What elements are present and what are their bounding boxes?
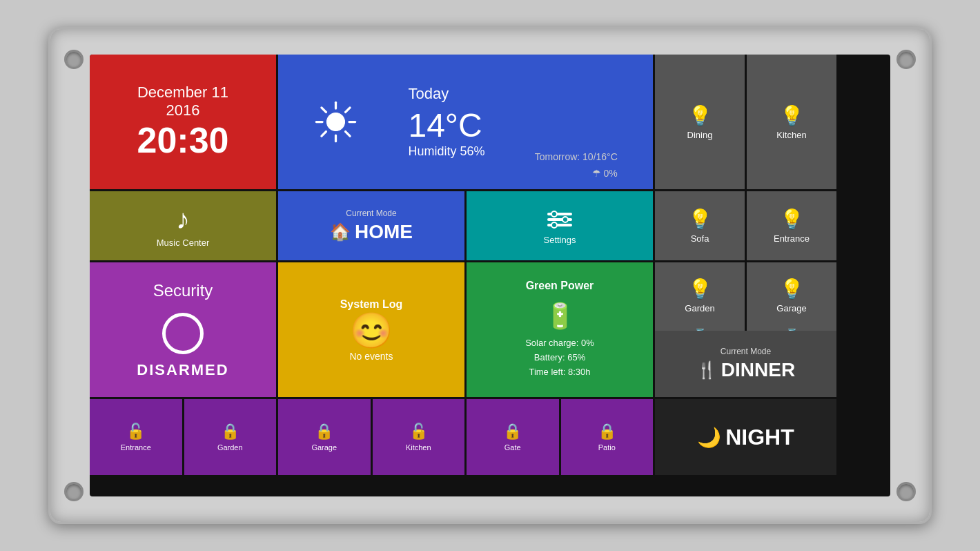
today-label: Today [408,85,449,103]
lock-gate-label: Gate [504,443,521,452]
lock-kitchen-tile[interactable]: 🔓 Kitchen [373,399,465,475]
svg-line-5 [322,108,326,113]
svg-point-13 [562,217,568,222]
security-title: Security [153,281,213,300]
entrance-light-label: Entrance [774,233,810,244]
temp-display: 14°C [408,106,482,144]
garden-label: Garden [685,303,714,313]
date-display: December 11 2016 [137,84,228,119]
lock-garage-label: Garage [311,443,337,452]
lock-garage-icon: 🔒 [315,423,333,441]
lock-entrance-tile[interactable]: 🔓 Entrance [90,399,182,475]
time-left-text: Time left: 8:30h [525,365,594,380]
sun-icon [313,99,358,144]
night-mode-text: NIGHT [725,425,794,450]
svg-point-0 [327,113,345,131]
forecast-area: Tomorrow: 10/16°C ☂0% [535,151,618,179]
settings-tile[interactable]: Settings [467,191,653,260]
syslog-status: No events [349,351,393,362]
battery-text: Battery: 65% [525,351,594,365]
lock-entrance-label: Entrance [121,443,151,452]
lock-gate-tile[interactable]: 🔒 Gate [467,399,559,475]
dining-label: Dining [687,130,713,140]
music-label: Music Center [157,238,210,248]
settings-label: Settings [544,235,576,245]
bulb-sofa-icon: 💡 [688,208,712,231]
battery-icon: 🔋 [545,302,576,331]
svg-point-12 [551,211,557,217]
weather-icon-area [313,99,358,144]
dinner-mode-tile[interactable]: Current Mode 🍴 DINNER [655,331,836,397]
lock-garden-tile[interactable]: 🔒 Garden [184,399,277,475]
syslog-title: System Log [340,298,403,311]
kitchen-light-label: Kitchen [776,130,806,140]
mount-hole-bl [64,482,84,501]
lock-kitchen-icon: 🔓 [409,423,428,441]
music-icon: ♪ [176,204,190,235]
mount-hole-tr [896,50,916,69]
garage-label: Garage [776,303,806,313]
datetime-tile[interactable]: December 11 2016 20:30 [90,55,276,189]
bulb-kitchen-icon: 💡 [780,104,804,127]
lock-garden-icon: 🔒 [221,423,239,441]
disarmed-circle-icon [162,313,204,354]
home-mode-tile[interactable]: Current Mode 🏠 HOME [278,191,464,260]
lock-patio-icon: 🔒 [598,423,616,441]
light-garden-tile[interactable]: 💡 Garden [655,262,745,329]
mount-hole-tl [64,50,84,69]
light-dining-tile[interactable]: 💡 Dining [655,55,745,189]
lock-gate-icon: 🔒 [503,423,522,441]
weather-info: Today 14°C Humidity 56% [408,85,484,159]
screen: December 11 2016 20:30 [90,55,890,496]
mount-hole-br [896,482,916,501]
fork-icon: 🍴 [696,360,717,380]
date-text: December 11 [137,84,228,101]
device-frame: December 11 2016 20:30 [48,27,932,524]
light-sofa-tile[interactable]: 💡 Sofa [655,191,745,260]
lock-patio-label: Patio [598,443,616,452]
weather-tile[interactable]: Today 14°C Humidity 56% Tomorrow: 10/16°… [278,55,653,189]
settings-icon [547,207,572,232]
moon-icon: 🌙 [697,426,721,449]
lock-kitchen-label: Kitchen [406,443,431,452]
time-display: 20:30 [137,119,229,161]
lock-entrance-icon: 🔓 [126,423,145,441]
humidity-display: Humidity 56% [408,144,484,159]
lock-garage-tile[interactable]: 🔒 Garage [278,399,371,475]
tomorrow-text: Tomorrow: 10/16°C [535,151,618,162]
night-mode-tile[interactable]: 🌙 NIGHT [655,399,836,475]
home-mode-text: HOME [355,221,413,243]
light-garage-tile[interactable]: 💡 Garage [747,262,836,329]
svg-line-6 [346,132,351,137]
bulb-garage-icon: 💡 [780,278,804,300]
greenpower-info: Solar charge: 0% Battery: 65% Time left:… [525,336,594,379]
music-tile[interactable]: ♪ Music Center [90,191,276,260]
dinner-mode-text: DINNER [721,359,795,381]
svg-point-14 [551,222,557,228]
solar-text: Solar charge: 0% [525,336,594,351]
svg-line-7 [346,108,351,113]
lock-garden-label: Garden [217,443,243,452]
syslog-tile[interactable]: System Log 😊 No events [278,262,464,397]
svg-line-8 [322,132,326,137]
light-entrance-tile[interactable]: 💡 Entrance [747,191,836,260]
year-text: 2016 [166,102,200,119]
security-tile[interactable]: Security DISARMED [90,262,276,397]
smiley-icon: 😊 [350,311,393,351]
bulb-entrance-icon: 💡 [780,208,804,231]
greenpower-tile[interactable]: Green Power 🔋 Solar charge: 0% Battery: … [467,262,653,397]
greenpower-title: Green Power [526,280,594,292]
lock-patio-tile[interactable]: 🔒 Patio [561,399,654,475]
security-status: DISARMED [137,361,228,379]
home-mode-row: 🏠 HOME [330,221,413,243]
dinner-mode-sub: Current Mode [721,347,771,356]
rain-text: ☂0% [592,168,618,179]
sofa-label: Sofa [691,233,709,244]
light-kitchen-tile[interactable]: 💡 Kitchen [747,55,836,189]
locks-row: 🔓 Entrance 🔒 Garden 🔒 Garage 🔓 Kitchen 🔒 [90,399,653,475]
bulb-garden-icon: 💡 [688,278,712,300]
night-mode-row: 🌙 NIGHT [697,425,794,450]
home-mode-sub: Current Mode [346,209,396,218]
main-grid: December 11 2016 20:30 [90,55,890,496]
home-icon: 🏠 [330,222,351,242]
